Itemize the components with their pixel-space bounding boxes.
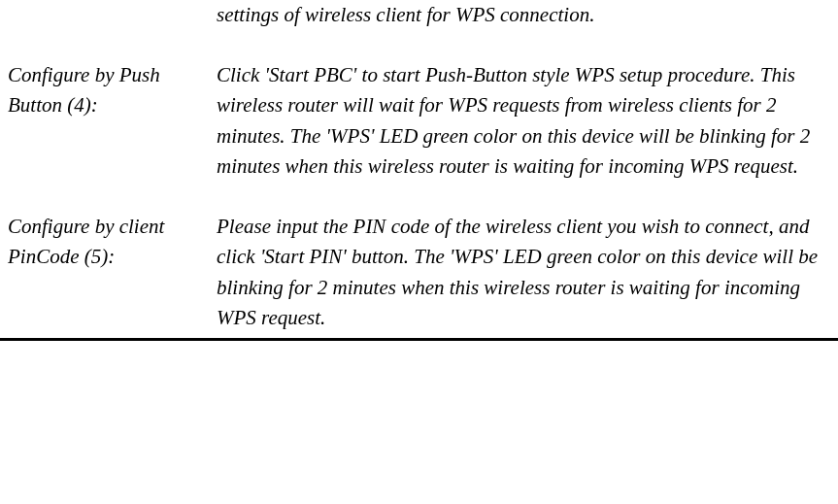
definition-label: Configure by client PinCode (5): [8, 212, 217, 334]
definition-row: Configure by Push Button (4): Click 'Sta… [8, 60, 830, 183]
definition-label: Configure by Push Button (4): [8, 60, 217, 183]
continuation-text: settings of wireless client for WPS conn… [217, 0, 830, 31]
document-content: settings of wireless client for WPS conn… [0, 0, 838, 334]
definition-description: Please input the PIN code of the wireles… [217, 212, 830, 334]
horizontal-rule [0, 338, 838, 341]
definition-row: Configure by client PinCode (5): Please … [8, 212, 830, 334]
definition-description: Click 'Start PBC' to start Push-Button s… [217, 60, 830, 183]
